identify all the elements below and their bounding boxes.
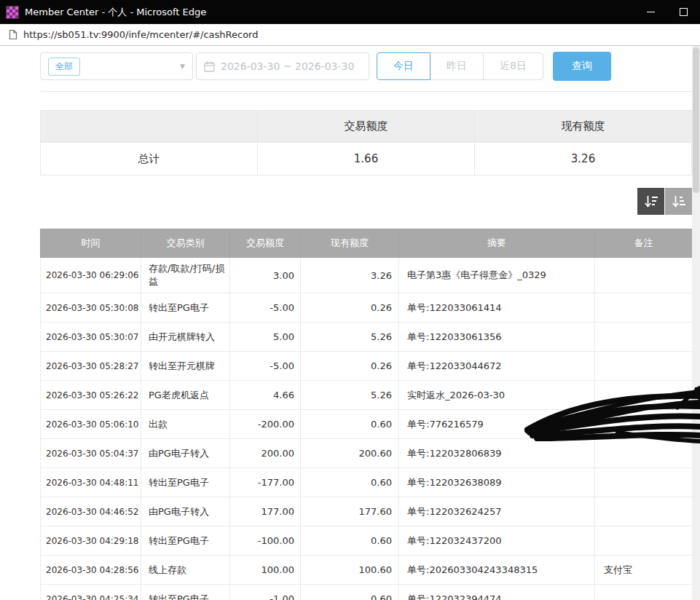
table-cell: 100.60 [301, 556, 399, 585]
table-cell: 2026-03-30 05:04:37 [41, 439, 141, 468]
table-cell: 0.26 [301, 293, 399, 323]
table-cell: 电子第3惠《电子得意金》_0329 [399, 258, 595, 293]
table-cell [595, 526, 693, 556]
table-cell: 支付宝 [595, 556, 693, 585]
maximize-button[interactable] [667, 0, 700, 24]
browser-window: Member Center - 个人 - Microsoft Edge http… [0, 0, 700, 600]
page-info-icon[interactable] [9, 29, 17, 40]
table-row: 2026-03-30 04:29:18转出至PG电子-100.000.60单号:… [41, 526, 693, 556]
quick-range-yesterday[interactable]: 昨日 [430, 52, 484, 80]
column-header: 备注 [595, 229, 693, 258]
quick-range-group: 今日昨日近8日 [377, 52, 543, 80]
summary-total-balance: 3.26 [475, 143, 692, 175]
table-cell: 由开元棋牌转入 [141, 323, 230, 352]
scrollbar[interactable] [692, 46, 700, 600]
table-cell: 2026-03-30 05:06:10 [41, 410, 141, 439]
table-cell: 0.60 [301, 468, 399, 497]
table-cell [595, 468, 693, 497]
column-header: 时间 [41, 229, 141, 258]
search-button[interactable]: 查询 [553, 52, 611, 81]
table-row: 2026-03-30 04:25:34转出至PG电子-1.000.60单号:12… [41, 585, 693, 600]
table-row: 2026-03-30 04:48:11转出至PG电子-177.000.60单号:… [41, 468, 693, 497]
table-cell: 转出至PG电子 [141, 526, 230, 556]
summary-header-row: 交易额度 现有额度 [41, 111, 692, 143]
table-cell [595, 497, 693, 526]
titlebar: Member Center - 个人 - Microsoft Edge [0, 0, 700, 24]
table-cell: 2026-03-30 06:29:06 [41, 258, 141, 293]
table-cell: 存款/取款/打码/损益 [141, 258, 230, 293]
date-range-value: 2026-03-30 ~ 2026-03-30 [221, 60, 354, 72]
table-cell: 单号:122033061414 [399, 293, 595, 323]
table-row: 2026-03-30 05:30:08转出至PG电子-5.000.26单号:12… [41, 293, 693, 323]
table-cell: 由PG电子转入 [141, 497, 230, 526]
summary-header-balance: 现有额度 [475, 111, 692, 143]
table-cell: -177.00 [230, 468, 301, 497]
quick-range-last-8-days[interactable]: 近8日 [483, 52, 543, 80]
table-row: 2026-03-30 05:06:10出款-200.000.60单号:77621… [41, 410, 693, 439]
date-range-input[interactable]: 2026-03-30 ~ 2026-03-30 [196, 52, 369, 80]
table-cell: 单号:776216579 [399, 410, 595, 439]
summary-total-row: 总计 1.66 3.26 [41, 143, 692, 175]
table-cell: 2026-03-30 05:28:27 [41, 352, 141, 381]
filter-bar: 全部 ▼ 2026-03-30 ~ 2026-03-30 今日昨日近8日 查询 [40, 52, 692, 81]
scrollbar-thumb[interactable] [693, 47, 699, 193]
table-cell: 177.60 [301, 497, 399, 526]
table-cell: 177.00 [230, 497, 301, 526]
transactions-table: 时间交易类别交易额度现有额度摘要备注 2026-03-30 06:29:06存款… [40, 229, 693, 600]
table-cell: -5.00 [230, 352, 301, 381]
transactions-body: 2026-03-30 06:29:06存款/取款/打码/损益3.003.26电子… [41, 258, 693, 600]
table-cell: -5.00 [230, 293, 301, 323]
summary-header-empty [41, 111, 258, 143]
table-cell: 实时返水_2026-03-30 [399, 381, 595, 410]
maximize-icon [680, 8, 688, 16]
category-tag[interactable]: 全部 [48, 58, 80, 76]
table-cell: -1.00 [230, 585, 301, 600]
sort-descending-button[interactable] [637, 188, 664, 215]
table-row: 2026-03-30 04:46:52由PG电子转入177.00177.60单号… [41, 497, 693, 526]
table-cell: 2026-03-30 05:30:08 [41, 293, 141, 323]
table-cell: 0.26 [301, 352, 399, 381]
column-header: 现有额度 [301, 229, 399, 258]
calendar-icon [204, 61, 215, 72]
url-text[interactable]: https://sb051.tv:9900/infe/mcenter/#/cas… [23, 29, 258, 40]
table-cell [595, 258, 693, 293]
column-header: 交易额度 [230, 229, 301, 258]
table-cell: 线上存款 [141, 556, 230, 585]
table-cell: 转出至PG电子 [141, 585, 230, 600]
table-row: 2026-03-30 05:30:07由开元棋牌转入5.005.26单号:122… [41, 323, 693, 352]
sort-ascending-button[interactable] [665, 188, 692, 215]
table-cell [595, 381, 693, 410]
table-cell [595, 352, 693, 381]
table-row: 2026-03-30 05:28:27转出至开元棋牌-5.000.26单号:12… [41, 352, 693, 381]
table-cell: 5.00 [230, 323, 301, 352]
url-bar[interactable]: https://sb051.tv:9900/infe/mcenter/#/cas… [0, 24, 700, 46]
table-cell: 200.60 [301, 439, 399, 468]
table-cell: 单号:122032624257 [399, 497, 595, 526]
table-cell [595, 410, 693, 439]
summary-total-label: 总计 [41, 143, 258, 175]
chevron-down-icon: ▼ [180, 63, 185, 70]
table-cell: 单号:202603304243348315 [399, 556, 595, 585]
table-cell: 转出至PG电子 [141, 468, 230, 497]
table-cell: 单号:122032437200 [399, 526, 595, 556]
summary-table: 交易额度 现有额度 总计 1.66 3.26 [40, 110, 692, 175]
table-cell: -100.00 [230, 526, 301, 556]
table-cell: 200.00 [230, 439, 301, 468]
sort-descending-icon [644, 195, 658, 208]
category-select[interactable]: 全部 ▼ [40, 52, 193, 80]
sort-ascending-icon [672, 195, 686, 208]
minimize-button[interactable] [634, 0, 667, 24]
table-cell [595, 439, 693, 468]
window-controls [634, 0, 700, 24]
minimize-icon [647, 12, 655, 12]
table-cell: 100.00 [230, 556, 301, 585]
quick-range-today[interactable]: 今日 [377, 52, 430, 80]
table-cell: 5.26 [301, 323, 399, 352]
summary-total-transaction: 1.66 [258, 143, 475, 175]
divider [40, 91, 692, 92]
table-cell: 转出至开元棋牌 [141, 352, 230, 381]
table-cell: -200.00 [230, 410, 301, 439]
window-title: Member Center - 个人 - Microsoft Edge [25, 6, 206, 19]
table-row: 2026-03-30 06:29:06存款/取款/打码/损益3.003.26电子… [41, 258, 693, 293]
table-cell: 3.00 [230, 258, 301, 293]
